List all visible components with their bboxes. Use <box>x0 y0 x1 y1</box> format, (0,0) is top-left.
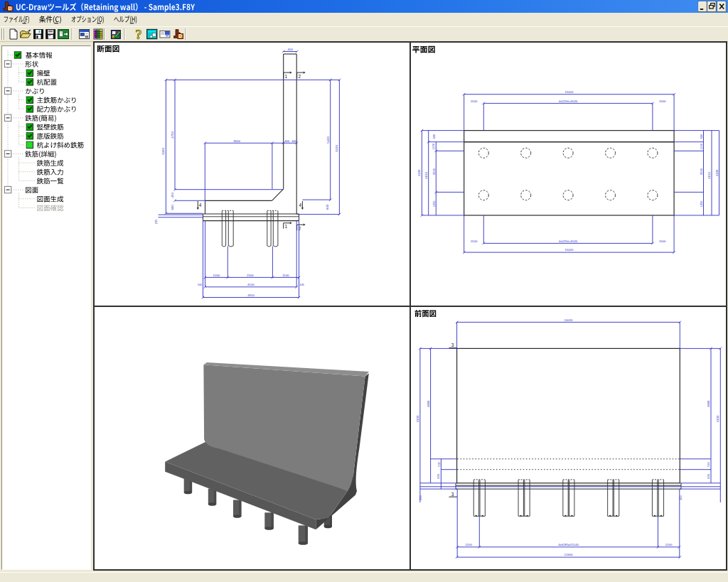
svg-text:1250: 1250 <box>432 200 436 208</box>
svg-text:2500: 2500 <box>700 168 703 175</box>
svg-text:1500: 1500 <box>659 239 666 243</box>
svg-text:4100: 4100 <box>417 169 421 176</box>
svg-text:12400: 12400 <box>564 553 574 556</box>
svg-text:530: 530 <box>707 461 710 466</box>
svg-text:2500: 2500 <box>432 168 436 175</box>
svg-text:4100: 4100 <box>715 169 719 176</box>
svg-text:1200: 1200 <box>465 543 472 546</box>
svg-text:4150: 4150 <box>707 172 711 179</box>
svg-text:800: 800 <box>326 204 330 210</box>
svg-text:3: 3 <box>451 492 454 497</box>
svg-text:3: 3 <box>451 343 454 347</box>
svg-text:530: 530 <box>437 461 441 466</box>
svg-text:1500: 1500 <box>471 239 478 243</box>
svg-text:?: ? <box>135 27 142 42</box>
svg-text:400: 400 <box>291 139 296 143</box>
svg-text:10020: 10020 <box>564 318 574 322</box>
svg-text:600: 600 <box>707 473 710 478</box>
svg-text:1250: 1250 <box>700 200 703 208</box>
svg-text:4x2250+6520: 4x2250+6520 <box>559 239 578 243</box>
svg-text:4100: 4100 <box>247 283 255 286</box>
svg-text:6150: 6150 <box>416 415 419 422</box>
svg-text:4900: 4900 <box>707 400 710 407</box>
svg-text:600: 600 <box>285 139 290 143</box>
svg-text:4900: 4900 <box>427 400 430 407</box>
svg-text:D: D <box>178 33 182 38</box>
svg-text:1100: 1100 <box>432 143 436 149</box>
svg-text:1100: 1100 <box>700 143 703 149</box>
svg-text:15020: 15020 <box>564 248 574 252</box>
svg-text:4310: 4310 <box>247 293 255 297</box>
svg-text:1: 1 <box>284 224 287 229</box>
svg-text:3000: 3000 <box>233 139 240 143</box>
svg-text:1200: 1200 <box>665 543 673 546</box>
svg-text:4150: 4150 <box>424 172 428 179</box>
svg-text:105: 105 <box>299 283 304 286</box>
svg-text:400: 400 <box>288 48 294 51</box>
svg-text:2: 2 <box>298 74 301 79</box>
svg-text:D: D <box>9 6 12 11</box>
svg-text:4x2250+6520: 4x2250+6520 <box>559 99 578 103</box>
svg-text:4: 4 <box>299 203 301 208</box>
svg-text:4: 4 <box>199 203 202 208</box>
svg-text:5400: 5400 <box>326 136 330 144</box>
svg-text:600: 600 <box>700 134 703 139</box>
svg-text:1500: 1500 <box>659 99 666 103</box>
svg-text:800: 800 <box>171 205 174 210</box>
svg-text:6150: 6150 <box>716 415 719 422</box>
svg-text:6000: 6000 <box>161 148 165 155</box>
svg-text:2: 2 <box>298 226 301 231</box>
svg-text:4x6285=25140: 4x6285=25140 <box>558 543 579 546</box>
svg-text:250: 250 <box>419 495 422 500</box>
svg-text:235: 235 <box>154 219 158 224</box>
svg-text:450: 450 <box>171 193 174 198</box>
svg-text:4750: 4750 <box>171 131 174 139</box>
svg-text:600: 600 <box>437 473 441 478</box>
svg-text:1500: 1500 <box>471 99 478 103</box>
svg-text:1100: 1100 <box>282 274 289 277</box>
svg-text:1: 1 <box>284 74 287 79</box>
svg-text:105: 105 <box>198 283 203 286</box>
svg-text:2500: 2500 <box>247 274 254 277</box>
svg-text:6200: 6200 <box>335 145 338 152</box>
svg-text:600: 600 <box>432 134 436 139</box>
svg-text:1000: 1000 <box>213 274 220 277</box>
svg-text:15020: 15020 <box>564 90 574 94</box>
